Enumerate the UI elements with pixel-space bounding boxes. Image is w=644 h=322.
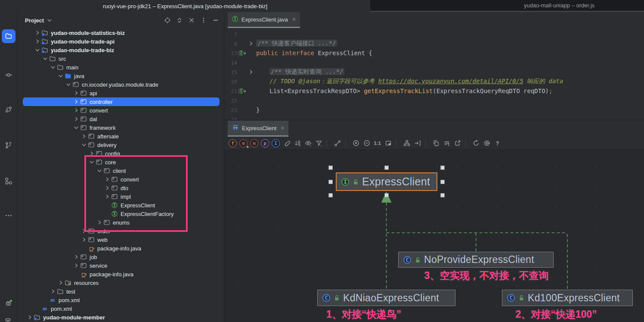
more-options-icon[interactable] — [200, 16, 207, 24]
code-editor[interactable]: 78/** 快递客户端接口 ...*/13Ipublic interface E… — [224, 28, 644, 121]
link-nodes-button[interactable] — [281, 138, 292, 148]
hide-panel-icon[interactable] — [212, 16, 220, 24]
selection-handle[interactable] — [440, 166, 445, 170]
collapse-all-icon[interactable] — [188, 16, 195, 24]
stripe-pull-requests-button[interactable] — [2, 103, 15, 116]
chevron-down-icon[interactable] — [34, 47, 41, 53]
chevron-right-icon[interactable] — [73, 90, 80, 97]
chevron-right-icon[interactable] — [73, 253, 80, 260]
tree-item-package-info-java[interactable]: package-info.java — [23, 244, 220, 253]
tree-item-yudao-module-statistics-biz[interactable]: yudao-module-statistics-biz — [23, 28, 220, 37]
fold-region-icon[interactable] — [247, 69, 255, 75]
chevron-down-icon[interactable] — [46, 17, 53, 24]
chevron-down-icon[interactable] — [80, 141, 87, 148]
chevron-right-icon[interactable] — [73, 98, 80, 105]
diagram-canvas[interactable]: IExpressClientCNoProvideExpressClientCKd… — [224, 150, 644, 322]
tree-item-resources[interactable]: resources — [23, 278, 220, 287]
chevron-right-icon[interactable] — [104, 176, 111, 183]
show-properties-button[interactable]: p — [260, 138, 270, 148]
tree-item-expressclientfactory[interactable]: IExpressClientFactory — [23, 209, 220, 218]
tree-item-delivery[interactable]: delivery — [23, 141, 220, 149]
tree-item-dal[interactable]: dal — [23, 115, 220, 123]
show-constructors-button[interactable]: m★ — [238, 138, 249, 148]
tree-item-order[interactable]: order — [23, 227, 220, 235]
close-icon[interactable]: × — [292, 16, 296, 23]
change-visibility-scope-button[interactable] — [303, 138, 313, 148]
stripe-project-button[interactable] — [2, 29, 15, 43]
tab-expressclient-java[interactable]: I ExpressClient.java × — [228, 12, 300, 27]
tree-item-framework[interactable]: framework — [23, 123, 220, 132]
chevron-right-icon[interactable] — [73, 107, 80, 114]
chevron-right-icon[interactable] — [34, 29, 41, 36]
tree-item-convert[interactable]: convert — [23, 175, 220, 184]
sort-members-button[interactable] — [292, 138, 303, 148]
chevron-right-icon[interactable] — [80, 133, 87, 140]
tree-item-config[interactable]: config — [23, 149, 220, 158]
close-icon[interactable]: × — [281, 125, 284, 131]
expand-all-icon[interactable] — [176, 16, 183, 24]
tree-item-api[interactable]: api — [23, 89, 220, 97]
chevron-down-icon[interactable] — [57, 72, 64, 79]
route-edges-button[interactable] — [412, 138, 423, 148]
diagram-settings-button[interactable] — [481, 138, 492, 148]
refresh-diagram-button[interactable] — [471, 138, 481, 148]
selection-handle[interactable] — [328, 166, 333, 170]
chevron-down-icon[interactable] — [96, 167, 103, 174]
has-implementations-icon[interactable]: I — [237, 50, 247, 56]
chevron-right-icon[interactable] — [104, 193, 111, 200]
tree-item-impl[interactable]: impl — [23, 192, 220, 201]
show-fields-button[interactable]: f — [227, 138, 238, 148]
tree-item-package-info-java[interactable]: package-info.java — [23, 270, 220, 278]
zoom-out-button[interactable] — [361, 138, 372, 148]
tree-item-yudao-module-member[interactable]: yudao-module-member — [23, 313, 220, 322]
chevron-right-icon[interactable] — [34, 38, 41, 45]
tree-item-enums[interactable]: enums — [23, 218, 220, 227]
chevron-right-icon[interactable] — [88, 150, 95, 157]
tab-expressclient-diagram[interactable]: ExpressClient × — [228, 121, 288, 135]
stripe-structure-button[interactable] — [2, 174, 15, 188]
diagram-node-kdniaoexpressclient[interactable]: CKdNiaoExpressClient — [317, 290, 455, 306]
chevron-right-icon[interactable] — [96, 219, 103, 226]
diagram-node-expressclient[interactable]: IExpressClient — [336, 172, 437, 191]
has-implementations-icon[interactable]: I — [237, 88, 247, 94]
actual-size-button[interactable]: 1:1 — [372, 138, 383, 148]
tree-item-convert[interactable]: convert — [23, 106, 220, 115]
tree-item-job[interactable]: job — [23, 253, 220, 261]
stripe-branches-button[interactable] — [2, 138, 15, 152]
chevron-down-icon[interactable] — [65, 81, 72, 88]
export-diagram-button[interactable] — [452, 138, 463, 148]
tree-item-yudao-module-trade-api[interactable]: yudao-module-trade-api — [23, 37, 220, 46]
tree-item-web[interactable]: web — [23, 235, 220, 244]
titlebar-active-window[interactable]: ruoyi-vue-pro-jdk21 – ExpressClient.java… — [0, 0, 370, 12]
chevron-right-icon[interactable] — [73, 262, 80, 269]
stripe-more-tools-button[interactable] — [2, 209, 15, 222]
titlebar-background-window[interactable]: yudao-mall-uniapp – order.js — [370, 0, 644, 11]
editor-diagram-splitter[interactable] — [224, 120, 644, 120]
chevron-down-icon[interactable] — [73, 124, 80, 131]
filter-dependencies-button[interactable] — [313, 138, 324, 148]
tree-item-dto[interactable]: dto — [23, 184, 220, 192]
selection-handle[interactable] — [328, 193, 333, 197]
tree-item-java[interactable]: java — [23, 72, 220, 80]
node-details-button[interactable] — [441, 138, 452, 148]
selection-handle[interactable] — [384, 166, 389, 170]
selection-handle[interactable] — [440, 180, 445, 184]
zoom-in-button[interactable] — [350, 138, 361, 148]
chevron-down-icon[interactable] — [88, 159, 95, 166]
tree-item-expressclient[interactable]: IExpressClient — [23, 201, 220, 209]
tree-item-service[interactable]: service — [23, 261, 220, 270]
show-methods-button[interactable]: m — [249, 138, 260, 148]
tree-item-pom-xml[interactable]: mpom.xml — [23, 304, 220, 313]
panel-splitter[interactable] — [224, 12, 224, 322]
chevron-right-icon[interactable] — [104, 184, 111, 191]
tree-item-core[interactable]: core — [23, 158, 220, 166]
help-button[interactable]: ? — [492, 138, 503, 148]
tree-item-test[interactable]: test — [23, 287, 220, 296]
chevron-down-icon[interactable] — [42, 55, 49, 62]
stripe-problems-button[interactable] — [2, 296, 15, 310]
selection-handle[interactable] — [440, 193, 445, 197]
tree-item-client[interactable]: client — [23, 166, 220, 175]
chevron-right-icon[interactable] — [57, 279, 64, 286]
locate-file-icon[interactable] — [164, 16, 171, 24]
tree-item-pom-xml[interactable]: mpom.xml — [23, 296, 220, 304]
